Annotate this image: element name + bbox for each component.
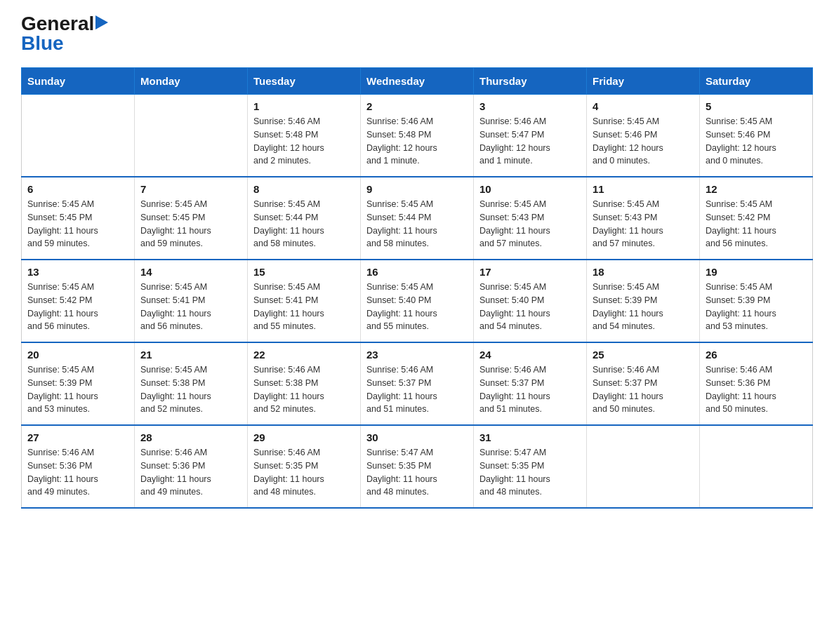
calendar-cell: 22Sunrise: 5:46 AMSunset: 5:38 PMDayligh… [248, 342, 361, 425]
logo-general-text: General [21, 14, 94, 34]
calendar-cell: 23Sunrise: 5:46 AMSunset: 5:37 PMDayligh… [361, 342, 474, 425]
day-number: 28 [140, 431, 241, 443]
calendar-cell: 31Sunrise: 5:47 AMSunset: 5:35 PMDayligh… [474, 425, 587, 508]
day-info: Sunrise: 5:45 AMSunset: 5:41 PMDaylight:… [140, 281, 241, 333]
svg-marker-0 [95, 15, 108, 29]
day-info: Sunrise: 5:45 AMSunset: 5:44 PMDaylight:… [253, 198, 355, 250]
day-number: 8 [253, 183, 355, 195]
day-number: 6 [27, 183, 128, 195]
calendar-cell: 26Sunrise: 5:46 AMSunset: 5:36 PMDayligh… [700, 342, 813, 425]
calendar-cell: 21Sunrise: 5:45 AMSunset: 5:38 PMDayligh… [135, 342, 248, 425]
day-number: 21 [140, 349, 241, 361]
day-info: Sunrise: 5:46 AMSunset: 5:48 PMDaylight:… [366, 115, 468, 168]
day-info: Sunrise: 5:45 AMSunset: 5:45 PMDaylight:… [140, 198, 241, 250]
day-info: Sunrise: 5:45 AMSunset: 5:44 PMDaylight:… [366, 198, 468, 250]
day-info: Sunrise: 5:45 AMSunset: 5:46 PMDaylight:… [593, 115, 694, 168]
page-header: General Blue [21, 14, 813, 53]
calendar-week-2: 6Sunrise: 5:45 AMSunset: 5:45 PMDaylight… [22, 177, 813, 260]
logo: General Blue [21, 14, 108, 53]
logo-arrow-icon [95, 15, 108, 29]
day-number: 1 [253, 100, 355, 112]
logo-blue-text: Blue [21, 32, 64, 54]
day-info: Sunrise: 5:45 AMSunset: 5:40 PMDaylight:… [479, 281, 581, 333]
weekday-header-monday: Monday [135, 68, 248, 95]
day-number: 16 [366, 266, 468, 278]
weekday-header-sunday: Sunday [22, 68, 135, 95]
calendar-cell: 25Sunrise: 5:46 AMSunset: 5:37 PMDayligh… [587, 342, 700, 425]
day-info: Sunrise: 5:45 AMSunset: 5:46 PMDaylight:… [706, 115, 807, 168]
calendar-cell: 20Sunrise: 5:45 AMSunset: 5:39 PMDayligh… [22, 342, 135, 425]
day-number: 29 [253, 431, 355, 443]
day-number: 13 [27, 266, 128, 278]
day-number: 17 [479, 266, 581, 278]
day-info: Sunrise: 5:46 AMSunset: 5:47 PMDaylight:… [479, 115, 581, 168]
day-info: Sunrise: 5:47 AMSunset: 5:35 PMDaylight:… [366, 446, 468, 499]
calendar-cell: 2Sunrise: 5:46 AMSunset: 5:48 PMDaylight… [361, 95, 474, 177]
day-info: Sunrise: 5:45 AMSunset: 5:40 PMDaylight:… [366, 281, 468, 333]
day-info: Sunrise: 5:46 AMSunset: 5:37 PMDaylight:… [593, 363, 694, 416]
calendar-cell: 30Sunrise: 5:47 AMSunset: 5:35 PMDayligh… [361, 425, 474, 508]
calendar-week-4: 20Sunrise: 5:45 AMSunset: 5:39 PMDayligh… [22, 342, 813, 425]
day-number: 3 [479, 100, 581, 112]
day-number: 7 [140, 183, 241, 195]
calendar-cell: 29Sunrise: 5:46 AMSunset: 5:35 PMDayligh… [248, 425, 361, 508]
calendar-week-1: 1Sunrise: 5:46 AMSunset: 5:48 PMDaylight… [22, 95, 813, 177]
day-info: Sunrise: 5:45 AMSunset: 5:45 PMDaylight:… [27, 198, 128, 250]
day-number: 18 [593, 266, 694, 278]
day-info: Sunrise: 5:45 AMSunset: 5:41 PMDaylight:… [253, 281, 355, 333]
day-info: Sunrise: 5:45 AMSunset: 5:42 PMDaylight:… [706, 198, 807, 250]
day-number: 30 [366, 431, 468, 443]
calendar-cell: 6Sunrise: 5:45 AMSunset: 5:45 PMDaylight… [22, 177, 135, 260]
calendar-cell: 1Sunrise: 5:46 AMSunset: 5:48 PMDaylight… [248, 95, 361, 177]
day-info: Sunrise: 5:45 AMSunset: 5:39 PMDaylight:… [593, 281, 694, 333]
day-number: 22 [253, 349, 355, 361]
weekday-header-row: SundayMondayTuesdayWednesdayThursdayFrid… [22, 68, 813, 95]
day-number: 4 [593, 100, 694, 112]
day-number: 24 [479, 349, 581, 361]
calendar-cell: 27Sunrise: 5:46 AMSunset: 5:36 PMDayligh… [22, 425, 135, 508]
calendar-header: SundayMondayTuesdayWednesdayThursdayFrid… [22, 68, 813, 95]
day-number: 19 [706, 266, 807, 278]
day-info: Sunrise: 5:46 AMSunset: 5:38 PMDaylight:… [253, 363, 355, 416]
calendar-cell: 3Sunrise: 5:46 AMSunset: 5:47 PMDaylight… [474, 95, 587, 177]
calendar-week-5: 27Sunrise: 5:46 AMSunset: 5:36 PMDayligh… [22, 425, 813, 508]
day-number: 5 [706, 100, 807, 112]
day-number: 20 [27, 349, 128, 361]
weekday-header-thursday: Thursday [474, 68, 587, 95]
calendar-cell: 14Sunrise: 5:45 AMSunset: 5:41 PMDayligh… [135, 260, 248, 342]
calendar-week-3: 13Sunrise: 5:45 AMSunset: 5:42 PMDayligh… [22, 260, 813, 342]
day-info: Sunrise: 5:45 AMSunset: 5:43 PMDaylight:… [479, 198, 581, 250]
day-info: Sunrise: 5:46 AMSunset: 5:37 PMDaylight:… [479, 363, 581, 416]
day-info: Sunrise: 5:45 AMSunset: 5:39 PMDaylight:… [27, 363, 128, 416]
calendar-cell: 19Sunrise: 5:45 AMSunset: 5:39 PMDayligh… [700, 260, 813, 342]
day-number: 2 [366, 100, 468, 112]
calendar-cell: 16Sunrise: 5:45 AMSunset: 5:40 PMDayligh… [361, 260, 474, 342]
day-info: Sunrise: 5:46 AMSunset: 5:37 PMDaylight:… [366, 363, 468, 416]
day-info: Sunrise: 5:46 AMSunset: 5:48 PMDaylight:… [253, 115, 355, 168]
day-info: Sunrise: 5:45 AMSunset: 5:42 PMDaylight:… [27, 281, 128, 333]
day-info: Sunrise: 5:45 AMSunset: 5:38 PMDaylight:… [140, 363, 241, 416]
calendar-cell: 5Sunrise: 5:45 AMSunset: 5:46 PMDaylight… [700, 95, 813, 177]
calendar-cell [22, 95, 135, 177]
calendar-table: SundayMondayTuesdayWednesdayThursdayFrid… [21, 67, 813, 509]
day-number: 26 [706, 349, 807, 361]
calendar-cell: 9Sunrise: 5:45 AMSunset: 5:44 PMDaylight… [361, 177, 474, 260]
day-number: 23 [366, 349, 468, 361]
calendar-cell: 17Sunrise: 5:45 AMSunset: 5:40 PMDayligh… [474, 260, 587, 342]
weekday-header-saturday: Saturday [700, 68, 813, 95]
calendar-cell: 13Sunrise: 5:45 AMSunset: 5:42 PMDayligh… [22, 260, 135, 342]
weekday-header-wednesday: Wednesday [361, 68, 474, 95]
day-info: Sunrise: 5:45 AMSunset: 5:39 PMDaylight:… [706, 281, 807, 333]
weekday-header-tuesday: Tuesday [248, 68, 361, 95]
day-info: Sunrise: 5:46 AMSunset: 5:36 PMDaylight:… [27, 446, 128, 499]
calendar-cell: 12Sunrise: 5:45 AMSunset: 5:42 PMDayligh… [700, 177, 813, 260]
day-info: Sunrise: 5:47 AMSunset: 5:35 PMDaylight:… [479, 446, 581, 499]
calendar-body: 1Sunrise: 5:46 AMSunset: 5:48 PMDaylight… [22, 95, 813, 509]
calendar-cell: 24Sunrise: 5:46 AMSunset: 5:37 PMDayligh… [474, 342, 587, 425]
calendar-cell: 15Sunrise: 5:45 AMSunset: 5:41 PMDayligh… [248, 260, 361, 342]
calendar-cell [587, 425, 700, 508]
calendar-cell: 8Sunrise: 5:45 AMSunset: 5:44 PMDaylight… [248, 177, 361, 260]
day-info: Sunrise: 5:46 AMSunset: 5:36 PMDaylight:… [706, 363, 807, 416]
day-number: 25 [593, 349, 694, 361]
calendar-cell: 18Sunrise: 5:45 AMSunset: 5:39 PMDayligh… [587, 260, 700, 342]
